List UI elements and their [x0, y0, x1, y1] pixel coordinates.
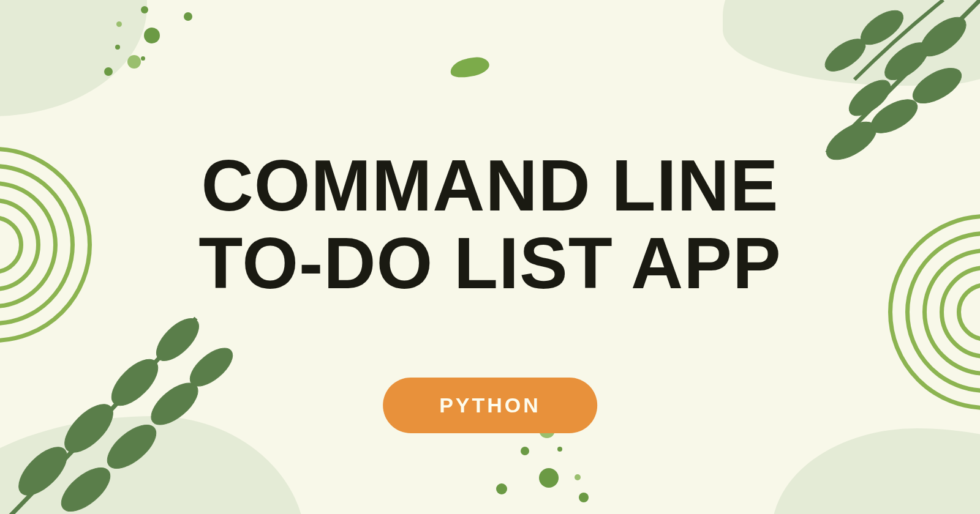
title-line-1: COMMAND LINE — [198, 147, 782, 225]
page-title: COMMAND LINE TO-DO LIST APP — [198, 147, 782, 303]
language-badge: PYTHON — [383, 378, 597, 433]
blob-shape-bottom-right — [772, 428, 980, 514]
svg-point-13 — [100, 417, 163, 477]
title-line-2: TO-DO LIST APP — [198, 225, 782, 302]
dots-cluster-top-left — [104, 6, 227, 116]
arc-decoration-right — [888, 214, 980, 410]
branch-illustration-bottom-left — [0, 275, 294, 514]
decorative-canvas: COMMAND LINE TO-DO LIST APP PYTHON — [0, 0, 980, 514]
leaf-blob-icon — [449, 56, 491, 80]
